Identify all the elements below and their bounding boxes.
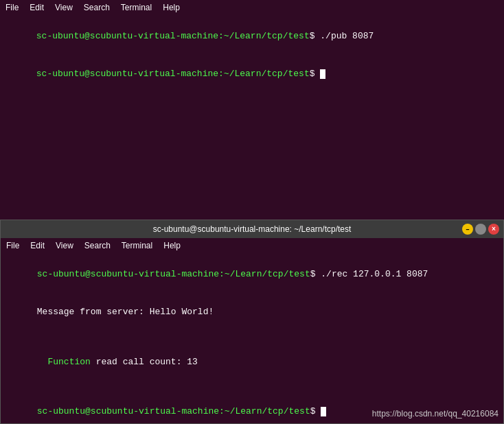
menu-view-top[interactable]: View [55,3,73,12]
bottom-menubar: File Edit View Search Terminal Help [1,238,503,253]
menu-search-bottom[interactable]: Search [84,241,111,250]
bottom-line-2: Message from server: Hello World! [5,294,499,331]
top-terminal: File Edit View Search Terminal Help sc-u… [0,0,504,220]
menu-edit-bottom[interactable]: Edit [30,241,45,250]
menu-edit-top[interactable]: Edit [30,3,44,12]
top-menubar: File Edit View Search Terminal Help [0,0,504,15]
close-button[interactable]: × [488,224,499,235]
bottom-prompt-4: sc-ubuntu@scubuntu-virtual-machine:~/Lea… [37,406,310,416]
top-terminal-content: sc-ubuntu@scubuntu-virtual-machine:~/Lea… [0,15,504,220]
menu-terminal-top[interactable]: Terminal [121,3,152,12]
menu-terminal-bottom[interactable]: Terminal [122,241,152,250]
bottom-cmd-1: $ ./rec 127.0.0.1 8087 [310,269,428,279]
bottom-text-3: Function read call count: 13 [5,357,198,379]
watermark: https://blog.csdn.net/qq_40216084 [372,409,499,419]
menu-help-top[interactable]: Help [163,3,180,12]
bottom-cursor [321,407,326,416]
bottom-terminal-content: sc-ubuntu@scubuntu-virtual-machine:~/Lea… [1,253,503,423]
menu-view-bottom[interactable]: View [56,241,73,250]
bottom-titlebar: sc-ubuntu@scubuntu-virtual-machine: ~/Le… [1,220,503,238]
bottom-line-1: sc-ubuntu@scubuntu-virtual-machine:~/Lea… [5,256,499,294]
bottom-prompt-1: sc-ubuntu@scubuntu-virtual-machine:~/Lea… [37,269,310,279]
bottom-terminal: sc-ubuntu@scubuntu-virtual-machine: ~/Le… [0,220,504,424]
top-cursor [320,69,325,79]
top-line-2: sc-ubuntu@scubuntu-virtual-machine:~/Lea… [4,56,500,93]
minimize-button[interactable]: – [462,224,473,235]
bottom-line-3: Function read call count: 13 [5,331,499,393]
top-prompt-1: sc-ubuntu@scubuntu-virtual-machine:~/Lea… [36,31,310,41]
menu-help-bottom[interactable]: Help [163,241,181,250]
menu-file-top[interactable]: File [5,3,19,12]
top-cmd-2: $ [310,69,321,79]
titlebar-buttons: – × [462,224,499,235]
bottom-title-text: sc-ubuntu@scubuntu-virtual-machine: ~/Le… [153,224,352,234]
top-prompt-2: sc-ubuntu@scubuntu-virtual-machine:~/Lea… [36,69,310,79]
maximize-button[interactable] [475,224,486,235]
bottom-text-2: Message from server: Hello World! [37,307,214,317]
top-cmd-1: $ ./pub 8087 [310,31,374,41]
top-line-1: sc-ubuntu@scubuntu-virtual-machine:~/Lea… [4,18,500,56]
menu-search-top[interactable]: Search [84,3,110,12]
bottom-cmd-4: $ [310,406,321,416]
menu-file-bottom[interactable]: File [6,241,19,250]
